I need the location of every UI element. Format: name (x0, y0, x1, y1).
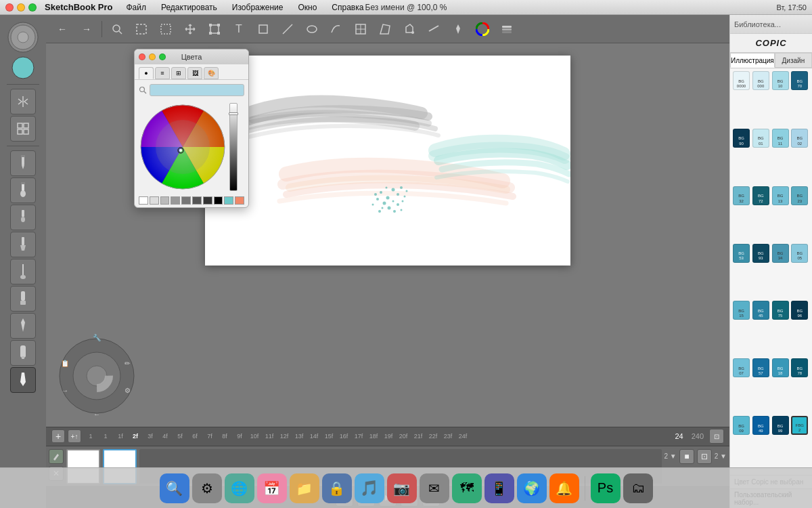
copic-swatch-21[interactable]: BG57 (752, 358, 769, 377)
color-wheel[interactable] (139, 103, 227, 191)
color-tab-image[interactable]: 🖼 (187, 67, 202, 79)
copic-swatch-15[interactable]: BG05 (791, 244, 808, 263)
dock-app8[interactable]: ✉ (420, 473, 449, 503)
dock-app9[interactable]: 🗺 (452, 473, 482, 503)
color-tab-sliders[interactable]: ≡ (155, 67, 170, 79)
brush-tool-3[interactable] (10, 232, 36, 257)
brush-size-wheel[interactable] (6, 20, 40, 54)
ellipse-tool[interactable] (301, 18, 323, 40)
swatch-peach[interactable] (235, 196, 244, 205)
text-tool[interactable]: T (228, 18, 250, 40)
dock-photoshop[interactable]: Ps (591, 473, 621, 503)
menu-file[interactable]: Файл (123, 2, 149, 13)
dialog-maximize[interactable] (159, 54, 166, 60)
color-swatch-display[interactable] (11, 56, 35, 80)
copic-swatch-24[interactable]: BG09 (733, 416, 750, 435)
copic-swatch-22[interactable]: BG18 (772, 358, 789, 377)
copic-swatch-6[interactable]: BG11 (772, 129, 789, 148)
redo-button[interactable]: → (76, 18, 97, 40)
color-wheel-btn[interactable] (472, 18, 493, 40)
lasso-tool[interactable] (155, 18, 177, 40)
menu-window[interactable]: Окно (295, 2, 319, 13)
copic-tab-design[interactable]: Дизайн (775, 53, 812, 68)
dialog-minimize[interactable] (149, 54, 156, 60)
shape-tool[interactable] (252, 18, 274, 40)
line-tool[interactable] (277, 18, 298, 40)
color-brightness-slider[interactable] (229, 103, 238, 191)
copic-tab-illustration[interactable]: Иллюстрация (730, 53, 775, 68)
copic-swatch-8[interactable]: BG32 (733, 186, 750, 205)
dock-app5[interactable]: 🔒 (322, 473, 352, 503)
brush-tool-2[interactable] (10, 205, 36, 230)
dock-app1[interactable]: ⚙ (192, 473, 222, 503)
pencil-tool[interactable] (10, 150, 36, 176)
swatch-dark2[interactable] (192, 196, 202, 205)
swatch-mid1[interactable] (160, 196, 170, 205)
swatch-teal[interactable] (224, 196, 233, 205)
curve-tool[interactable] (325, 18, 347, 40)
ruler-tool[interactable] (423, 18, 445, 40)
close-button[interactable] (5, 3, 14, 12)
dock-app10[interactable]: 📱 (484, 473, 514, 503)
brush-settings[interactable] (447, 18, 469, 40)
timeline-add-key[interactable]: +↑ (68, 429, 81, 443)
copic-swatch-18[interactable]: BG75 (772, 301, 789, 320)
copic-swatch-0[interactable]: BG0000 (733, 71, 750, 90)
copic-swatch-9[interactable]: BG72 (752, 186, 769, 205)
copic-swatch-20[interactable]: BG07 (733, 358, 750, 377)
stop-btn[interactable]: ■ (679, 449, 694, 464)
dock-app6[interactable]: 🎵 (355, 473, 384, 503)
dock-app3[interactable]: 📅 (257, 473, 287, 503)
dock-app2[interactable]: 🌐 (225, 473, 254, 503)
undo-button[interactable]: ← (51, 18, 73, 40)
copic-swatch-4[interactable]: BG90 (733, 129, 750, 148)
copic-swatch-13[interactable]: BG93 (752, 244, 769, 263)
copic-swatch-27[interactable]: FBG2 (791, 416, 808, 435)
distort-tool[interactable] (374, 18, 396, 40)
symmetry-tool[interactable] (10, 89, 36, 114)
move-tool[interactable] (179, 18, 201, 40)
copic-swatch-5[interactable]: BG01 (752, 129, 769, 148)
swatch-mid2[interactable] (171, 196, 180, 205)
brush-tool-4[interactable] (10, 259, 36, 284)
swatch-light[interactable] (150, 196, 159, 205)
menu-image[interactable]: Изображение (229, 2, 286, 13)
swatch-dark1[interactable] (181, 196, 191, 205)
slider-handle[interactable] (229, 112, 238, 115)
grid-tool[interactable] (10, 116, 36, 142)
copic-swatch-10[interactable]: BG13 (772, 186, 789, 205)
menu-edit[interactable]: Редактировать (158, 2, 220, 13)
copic-swatch-14[interactable]: BG34 (772, 244, 789, 263)
copic-swatch-12[interactable]: BG53 (733, 244, 750, 263)
brush-tool-7[interactable] (10, 340, 36, 366)
brush-tool-active[interactable] (10, 367, 36, 393)
copic-swatch-26[interactable]: BG99 (772, 416, 789, 435)
drawing-canvas[interactable] (205, 56, 570, 266)
copic-swatch-19[interactable]: BG96 (791, 301, 808, 320)
color-tab-palette[interactable]: 🎨 (204, 67, 219, 79)
swatch-darker[interactable] (203, 196, 212, 205)
select-tool[interactable] (131, 18, 152, 40)
dock-finder2[interactable]: 🗂 (623, 473, 653, 503)
transform-tool[interactable] (204, 18, 225, 40)
color-tab-circle[interactable]: ● (139, 67, 154, 79)
copic-swatch-2[interactable]: BG10 (772, 71, 789, 90)
zoom-tool[interactable] (106, 18, 128, 40)
dock-app11[interactable]: 🌍 (517, 473, 547, 503)
copic-swatch-3[interactable]: BG70 (791, 71, 808, 90)
maximize-button[interactable] (28, 3, 37, 12)
copic-swatch-7[interactable]: BG02 (791, 129, 808, 148)
swatch-black[interactable] (214, 196, 223, 205)
dock-finder[interactable]: 🔍 (160, 473, 189, 503)
timeline-add-frame[interactable]: + (51, 429, 65, 443)
mesh-tool[interactable] (350, 18, 371, 40)
copic-swatch-25[interactable]: BG49 (752, 416, 769, 435)
copic-swatch-23[interactable]: BG78 (791, 358, 808, 377)
layers-tool[interactable] (496, 18, 518, 40)
minimize-button[interactable] (17, 3, 25, 12)
color-tab-swatches[interactable]: ⊞ (171, 67, 186, 79)
copic-swatch-17[interactable]: BG45 (752, 301, 769, 320)
copic-swatch-16[interactable]: BG15 (733, 301, 750, 320)
dialog-close[interactable] (139, 54, 145, 60)
fill-tool[interactable] (399, 18, 420, 40)
